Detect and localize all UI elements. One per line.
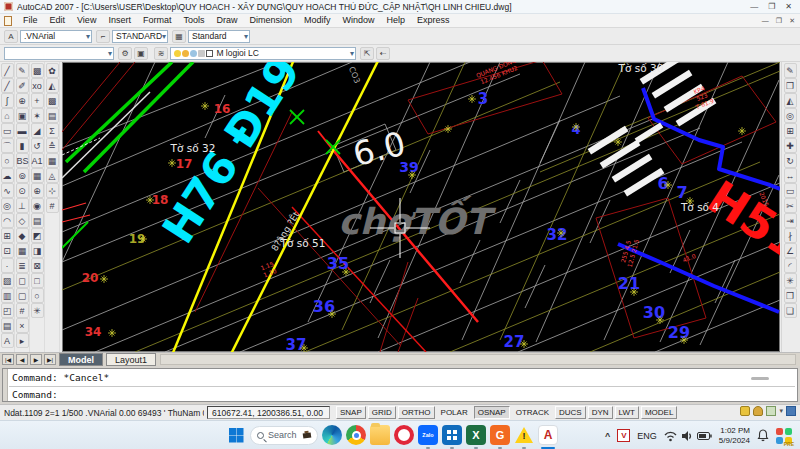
command-input[interactable]: Command: [12,389,58,400]
drawing-area[interactable]: H76 Đ196.0H51chợTỐTTờ số 32Tờ số 51Tờ số… [62,62,780,352]
text-style-icon[interactable]: A [4,30,18,43]
tool-icon[interactable]: ▸ [16,333,29,348]
taskbar-search[interactable]: Search [250,426,318,445]
tool-icon[interactable]: ◩ [31,228,44,243]
menu-file[interactable]: File [17,14,44,27]
tool-icon[interactable]: □ [31,273,44,288]
workspace-save-icon[interactable]: ▣ [134,47,148,60]
notification-bell-icon[interactable] [757,429,769,442]
tab-model[interactable]: Model [59,353,103,366]
menu-help[interactable]: Help [381,14,412,27]
warning-app-icon[interactable]: ! [514,425,534,445]
file-explorer-icon[interactable] [370,425,390,445]
tool-icon[interactable]: ◨ [31,243,44,258]
tool-icon[interactable]: ⊹ [46,183,59,198]
tool-icon[interactable]: ❐ [784,288,797,303]
tool-icon[interactable]: ⊙ [16,183,29,198]
tool-icon[interactable]: ❏ [784,303,797,318]
tool-icon[interactable]: Σ [46,123,59,138]
tool-icon[interactable]: ≙ [46,138,59,153]
menu-express[interactable]: Express [411,14,456,27]
layer-previous-icon[interactable]: ⇠ [376,47,390,60]
tab-nav-icon[interactable]: ▶ [30,354,42,365]
close-icon[interactable]: ✕ [785,2,792,12]
tool-icon[interactable]: + [31,93,44,108]
tool-icon[interactable]: ✿ [46,63,59,78]
status-osnap[interactable]: OSNAP [474,406,510,419]
tool-icon[interactable]: ✚ [784,138,797,153]
tool-icon[interactable]: ⊚ [16,168,29,183]
tool-icon[interactable]: ▣ [16,108,29,123]
dim-style-icon[interactable]: ⌐ [96,30,110,43]
system-tray-icons[interactable] [664,430,712,442]
clean-screen-icon[interactable] [786,406,796,416]
edge-icon[interactable] [322,425,342,445]
tab-nav-icon[interactable]: |◀ [2,354,14,365]
tool-icon[interactable]: ✎ [16,63,29,78]
microsoft-store-icon[interactable] [442,425,462,445]
tool-icon[interactable]: ⇥ [784,213,797,228]
tool-icon[interactable]: ◇ [16,213,29,228]
tool-icon[interactable]: ◭ [784,93,797,108]
tool-icon[interactable]: ▭ [1,123,14,138]
tool-icon[interactable]: BS [16,153,29,168]
status-menu-arrow-icon[interactable]: ▾ [779,407,783,415]
vietkey-icon[interactable]: V [617,429,630,442]
tool-icon[interactable]: ▮ [16,138,29,153]
tool-icon[interactable]: ✎ [784,63,797,78]
tool-icon[interactable]: ⊕ [31,183,44,198]
tool-icon[interactable]: ≣ [16,258,29,273]
tool-icon[interactable]: ◰ [1,303,14,318]
status-ortho[interactable]: ORTHO [398,406,435,419]
tool-icon[interactable]: ⊥ [16,198,29,213]
tool-icon[interactable]: xo [31,78,44,93]
coordinate-readout[interactable]: 610672.41, 1200386.51, 0.00 [207,406,330,419]
tool-icon[interactable]: ▩ [46,93,59,108]
workspace-combo[interactable] [4,47,114,60]
tool-icon[interactable]: ○ [1,153,14,168]
annotation-visibility-icon[interactable] [766,406,776,416]
make-layer-current-icon[interactable]: ⇱ [360,47,374,60]
tool-icon[interactable]: ✳ [784,273,797,288]
menu-draw[interactable]: Draw [210,14,243,27]
status-dyn[interactable]: DYN [588,406,613,419]
tool-icon[interactable]: ◭ [46,78,59,93]
tool-icon[interactable]: ◻ [16,273,29,288]
tool-icon[interactable]: ▦ [31,168,44,183]
tool-icon[interactable]: # [16,303,29,318]
table-style-icon[interactable]: ▦ [172,30,186,43]
layer-properties-icon[interactable]: ≋ [154,47,168,60]
command-scrollbar[interactable] [751,377,769,380]
table-style-combo[interactable]: Standard [188,30,250,43]
status-otrack[interactable]: OTRACK [512,406,553,419]
tool-icon[interactable]: ▤ [46,108,59,123]
tool-icon[interactable]: # [46,198,59,213]
menu-tools[interactable]: Tools [177,14,210,27]
dim-style-combo[interactable]: STANDARD [112,30,168,43]
tool-icon[interactable]: ◬ [46,168,59,183]
child-close-icon[interactable]: ✕ [789,17,795,25]
tool-icon[interactable]: ⊡ [1,243,14,258]
horizontal-scrollbar[interactable] [160,354,796,365]
taskbar-clock[interactable]: 1:02 PM 5/9/2024 [719,426,750,446]
status-grid[interactable]: GRID [368,406,396,419]
tool-icon[interactable]: ✳ [31,303,44,318]
tool-icon[interactable]: × [16,318,29,333]
menu-window[interactable]: Window [337,14,381,27]
workspace-settings-icon[interactable]: ⚙ [118,47,132,60]
child-restore-icon[interactable]: ❐ [776,17,782,25]
tool-icon[interactable]: ⊕ [16,93,29,108]
tool-icon[interactable]: ▨ [1,273,14,288]
tool-icon[interactable]: ⌂ [1,108,14,123]
excel-icon[interactable]: X [466,425,486,445]
tool-icon[interactable]: ▬ [16,123,29,138]
m365-pre-icon[interactable]: PRE [776,428,792,444]
tool-icon[interactable]: A [1,333,14,348]
menu-insert[interactable]: Insert [102,14,137,27]
menu-modify[interactable]: Modify [298,14,337,27]
tool-icon[interactable]: ∤ [784,228,797,243]
menu-dimension[interactable]: Dimension [243,14,298,27]
tool-icon[interactable]: ╱ [1,63,14,78]
tool-icon[interactable]: A1 [31,153,44,168]
gstarcad-icon[interactable]: G [490,425,510,445]
